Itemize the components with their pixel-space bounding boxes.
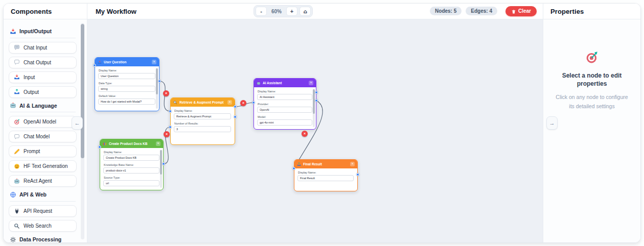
node-handle-ai-assistant[interactable] xyxy=(315,99,318,102)
node-handle-retrieve-augment-prompt[interactable] xyxy=(234,105,237,108)
node-field-input[interactable] xyxy=(257,94,312,100)
node-handle-create-product-docs-kb[interactable] xyxy=(162,162,165,165)
node-ai-assistant[interactable]: AI Assistant×Display Name:Provider:Model… xyxy=(254,78,316,130)
nodes-count-badge: Nodes: 5 xyxy=(430,7,462,15)
node-field-input[interactable] xyxy=(297,175,354,181)
tray-up-icon xyxy=(297,162,301,166)
sidebar-scrollbar-thumb[interactable] xyxy=(81,24,84,158)
target-icon xyxy=(14,119,20,125)
node-field-input[interactable] xyxy=(103,180,159,186)
node-field-label: Provider: xyxy=(258,103,312,106)
node-scrollbar[interactable] xyxy=(313,89,315,127)
edge-delete-button[interactable]: × xyxy=(240,100,246,106)
node-field-label: Source Type: xyxy=(104,176,159,179)
node-close-button[interactable]: × xyxy=(156,141,160,146)
node-field-label: Number of Results: xyxy=(174,122,231,125)
node-handle-final-result[interactable] xyxy=(356,173,359,176)
properties-collapse-button[interactable]: → xyxy=(546,116,558,130)
sidebar-scrollbar[interactable] xyxy=(81,23,84,239)
node-scrollbar[interactable] xyxy=(156,68,158,109)
edge-delete-button[interactable]: × xyxy=(163,90,169,96)
node-handle-retrieve-augment-prompt[interactable] xyxy=(234,115,237,118)
node-field-input[interactable] xyxy=(257,107,312,113)
node-header[interactable]: Final Result× xyxy=(294,160,357,168)
component-item-output[interactable]: Output xyxy=(9,86,77,98)
edge-delete-button[interactable]: × xyxy=(302,131,308,137)
node-user-question[interactable]: User Question×Display Name:Data Type:Def… xyxy=(95,57,159,111)
magnifier-icon xyxy=(14,223,20,229)
node-field-input[interactable] xyxy=(98,86,155,92)
tray-up-icon xyxy=(14,89,20,95)
component-item-hf-text-generation[interactable]: HF Text Generation xyxy=(9,160,77,172)
component-item-label: API Request xyxy=(24,208,52,214)
fit-view-button[interactable]: ⌂ xyxy=(300,7,311,16)
component-item-chat-model[interactable]: Chat Model xyxy=(9,131,77,142)
category-divider xyxy=(10,112,76,112)
node-handle-retrieve-augment-prompt[interactable] xyxy=(169,126,172,129)
node-create-product-docs-kb[interactable]: Create Product Docs KB×Display Name:Know… xyxy=(100,139,164,190)
component-item-chat-output[interactable]: Chat Output xyxy=(9,57,77,68)
component-item-input[interactable]: Input xyxy=(9,71,77,83)
node-handle-create-product-docs-kb[interactable] xyxy=(98,145,101,149)
hug-icon xyxy=(14,163,20,169)
magnifier-icon xyxy=(173,101,177,105)
clear-button[interactable]: Clear xyxy=(505,6,537,16)
zoom-out-button[interactable]: - xyxy=(256,7,267,16)
node-close-button[interactable]: × xyxy=(350,162,355,166)
edge-delete-button[interactable]: × xyxy=(164,131,170,137)
node-body: Display Name:Data Type:Default Value: xyxy=(95,66,159,108)
workflow-canvas[interactable]: User Question×Display Name:Data Type:Def… xyxy=(87,19,543,242)
node-field-input[interactable] xyxy=(257,119,312,126)
chat-outline-icon xyxy=(14,59,20,65)
node-close-button[interactable]: × xyxy=(309,81,313,85)
node-field-input[interactable] xyxy=(98,99,155,105)
component-item-openai-model[interactable]: OpenAI Model xyxy=(9,116,77,128)
node-header[interactable]: Create Product Docs KB× xyxy=(100,139,163,148)
sidebar-collapse-button[interactable]: ← xyxy=(72,116,83,130)
node-field-input[interactable] xyxy=(103,155,159,161)
node-field-input[interactable] xyxy=(174,113,231,119)
node-field-label: Knowledge Base Name: xyxy=(104,163,159,166)
node-header[interactable]: User Question× xyxy=(95,58,159,66)
node-retrieve-augment-prompt[interactable]: Retrieve & Augment Prompt×Display Name:N… xyxy=(170,97,235,145)
component-item-chat-input[interactable]: Chat Input xyxy=(9,42,77,54)
node-field-input[interactable] xyxy=(103,167,159,174)
node-field-label: Data Type: xyxy=(99,82,155,85)
components-title: Components xyxy=(11,8,52,15)
node-close-button[interactable]: × xyxy=(227,100,232,105)
node-header[interactable]: AI Assistant× xyxy=(254,79,316,87)
category-label: Data Processing xyxy=(19,236,61,242)
node-scrollbar[interactable] xyxy=(160,150,162,188)
category-data-processing: Data Processing xyxy=(10,236,76,242)
trash-icon xyxy=(511,8,516,14)
component-item-react-agent[interactable]: ReAct Agent xyxy=(9,175,77,187)
node-title: User Question xyxy=(104,60,150,64)
node-field-input[interactable] xyxy=(174,126,231,132)
node-handle-final-result[interactable] xyxy=(292,167,295,170)
arrow-left-icon: ← xyxy=(75,120,80,126)
canvas-stats: Nodes: 5 Edges: 4 Clear xyxy=(430,6,537,16)
component-item-api-request[interactable]: API Request xyxy=(9,205,77,217)
node-scrollbar-thumb[interactable] xyxy=(160,150,162,175)
tray-down-icon xyxy=(98,60,102,64)
node-close-button[interactable]: × xyxy=(152,60,156,64)
zoom-in-button[interactable]: + xyxy=(286,7,297,16)
node-handle-ai-assistant[interactable] xyxy=(252,101,255,104)
category-divider xyxy=(10,38,76,38)
node-handle-user-question[interactable] xyxy=(158,80,161,83)
node-field-input[interactable] xyxy=(98,73,155,79)
node-title: Create Product Docs KB xyxy=(109,142,154,145)
node-handle-user-question[interactable] xyxy=(93,64,96,67)
category-divider xyxy=(10,201,76,202)
target-icon xyxy=(585,51,599,64)
components-list: Input/OutputChat InputChat OutputInputOu… xyxy=(4,19,87,242)
node-final-result[interactable]: Final Result×Display Name: xyxy=(294,159,358,191)
node-handle-retrieve-augment-prompt[interactable] xyxy=(169,110,172,113)
category-input-output: Input/Output xyxy=(10,28,76,35)
component-item-prompt[interactable]: Prompt xyxy=(9,145,77,157)
component-item-web-search[interactable]: Web Search xyxy=(9,220,77,232)
node-field-label: Display Name: xyxy=(258,90,312,93)
node-body: Display Name:Knowledge Base Name:Source … xyxy=(100,148,163,190)
node-handle-ai-assistant[interactable] xyxy=(315,91,318,94)
node-header[interactable]: Retrieve & Augment Prompt× xyxy=(171,98,235,107)
